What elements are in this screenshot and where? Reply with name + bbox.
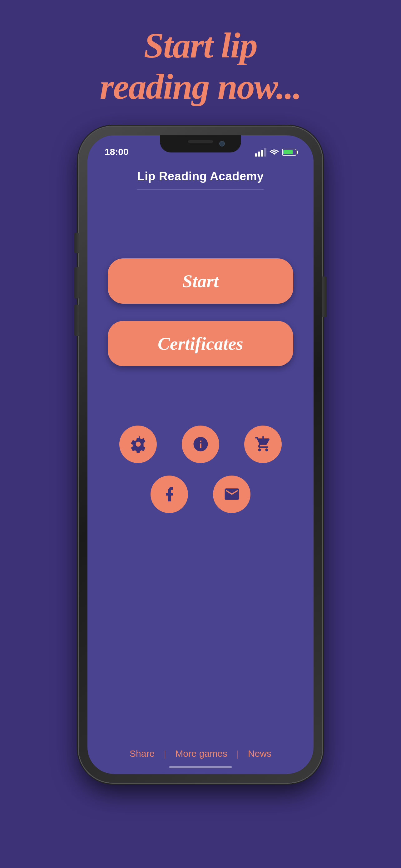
hero-title: Start lip reading now...: [100, 25, 301, 108]
phone-mockup: 18:00: [79, 127, 322, 783]
app-header: Lip Reading Academy: [137, 160, 264, 196]
icon-row-2: [151, 475, 250, 513]
notch: [160, 135, 241, 153]
main-buttons: Start Certificates: [88, 258, 313, 366]
settings-button[interactable]: [119, 426, 157, 463]
home-indicator: [169, 766, 232, 768]
phone-screen: 18:00: [88, 135, 313, 774]
certificates-label: Certificates: [158, 333, 243, 354]
app-content: Lip Reading Academy Start Certificates: [88, 160, 313, 774]
header-divider: [137, 189, 264, 190]
mute-button: [74, 233, 79, 253]
battery-icon: [282, 149, 296, 156]
share-nav-item[interactable]: Share: [130, 748, 155, 759]
hero-line2: reading now...: [100, 67, 301, 106]
email-button[interactable]: [213, 475, 250, 513]
nav-divider-1: |: [164, 748, 166, 759]
facebook-button[interactable]: [151, 475, 188, 513]
status-icons: [255, 148, 296, 157]
nav-divider-2: |: [237, 748, 239, 759]
wifi-icon: [269, 148, 279, 157]
certificates-button[interactable]: Certificates: [108, 321, 293, 366]
front-camera: [219, 141, 225, 147]
volume-down-button: [74, 305, 79, 336]
volume-up-button: [74, 267, 79, 299]
phone-shell: 18:00: [79, 127, 322, 783]
power-button: [322, 277, 327, 317]
status-time: 18:00: [105, 147, 129, 157]
app-title: Lip Reading Academy: [137, 170, 264, 183]
info-button[interactable]: [182, 426, 219, 463]
speaker: [188, 140, 213, 143]
signal-icon: [255, 148, 266, 157]
hero-line1: Start lip: [144, 26, 257, 65]
news-nav-item[interactable]: News: [248, 748, 271, 759]
start-label: Start: [182, 271, 219, 291]
more-games-nav-item[interactable]: More games: [175, 748, 227, 759]
icon-row-1: [119, 426, 282, 463]
start-button[interactable]: Start: [108, 258, 293, 304]
cart-button[interactable]: [244, 426, 282, 463]
